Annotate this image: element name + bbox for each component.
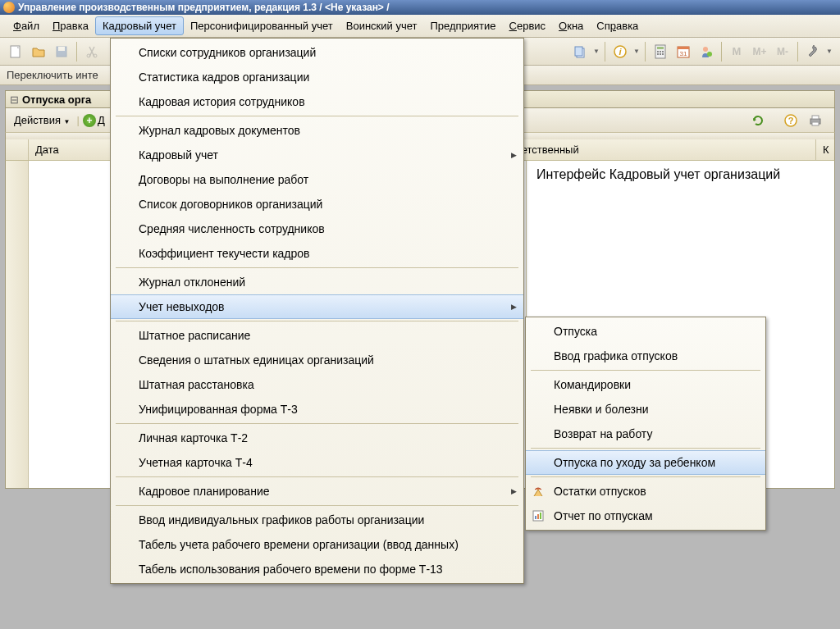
help-icon[interactable]: ? <box>780 110 801 131</box>
hr-menu-item-label: Кадровый учет <box>139 148 218 162</box>
new-doc-icon[interactable] <box>5 41 26 62</box>
vacation-report-icon <box>531 508 546 523</box>
plus-icon: + <box>83 114 96 127</box>
hr-menu-item-label: Учет невыходов <box>139 300 225 313</box>
hr-menu-item[interactable]: Ввод индивидуальных графиков работы орга… <box>111 508 523 532</box>
table-header-responsible[interactable]: тветственный <box>504 139 816 160</box>
svg-rect-28 <box>535 516 536 519</box>
menu-company[interactable]: Предприятие <box>423 17 502 34</box>
actions-button[interactable]: Действия ▼ <box>11 112 74 128</box>
absences-submenu-item[interactable]: Отпуска <box>526 319 765 344</box>
absences-submenu-item[interactable]: Ввод графика отпусков <box>526 344 765 368</box>
m-minus-icon[interactable]: M- <box>772 41 793 62</box>
svg-rect-26 <box>812 122 819 125</box>
menu-personified[interactable]: Персонифицированный учет <box>184 17 340 34</box>
hr-menu-item[interactable]: Средняя численность сотрудников <box>111 217 523 241</box>
save-icon[interactable] <box>51 41 72 62</box>
hr-menu-item[interactable]: Коэффициент текучести кадров <box>111 241 523 266</box>
hr-menu-item-label: Штатная расстановка <box>139 378 254 391</box>
svg-text:?: ? <box>788 116 794 125</box>
hr-menu-item[interactable]: Штатное расписание <box>111 323 523 348</box>
hr-menu-item[interactable]: Кадровый учет <box>111 143 523 167</box>
svg-rect-29 <box>537 514 539 519</box>
hr-menu-item-label: Унифицированная форма Т-3 <box>139 403 298 416</box>
menu-windows[interactable]: Окна <box>552 17 590 34</box>
switch-label[interactable]: Переключить инте <box>7 69 98 81</box>
vacation-balance-icon <box>531 484 546 499</box>
hr-menu-item[interactable]: Штатная расстановка <box>111 372 523 397</box>
absences-submenu-item-label: Отпуска <box>554 325 597 338</box>
table-header-date[interactable]: Дата <box>29 139 117 160</box>
menu-edit[interactable]: Правка <box>46 17 95 34</box>
table-header-marker[interactable] <box>6 139 29 160</box>
hr-menu-item-label: Табель использования рабочего времени по… <box>139 563 443 576</box>
collapse-icon[interactable]: ⊟ <box>6 93 22 106</box>
copy-docs-icon[interactable] <box>569 41 591 62</box>
info-icon[interactable]: i <box>609 41 631 62</box>
hr-menu-item-label: Кадровая история сотрудников <box>139 95 305 108</box>
hr-menu-item[interactable]: Кадровое планирование <box>111 479 523 504</box>
m-plus-icon[interactable]: M+ <box>749 41 770 62</box>
svg-rect-18 <box>678 47 689 49</box>
hr-menu-item-label: Штатное расписание <box>139 329 250 342</box>
refresh-icon[interactable] <box>747 110 769 131</box>
menu-hr[interactable]: Кадровый учет <box>95 16 184 35</box>
hr-menu-item[interactable]: Договоры на выполнение работ <box>111 167 523 192</box>
hr-menu-item[interactable]: Кадровая история сотрудников <box>111 89 523 114</box>
cut-icon[interactable] <box>81 41 103 62</box>
hr-menu-item[interactable]: Списки сотрудников организаций <box>111 40 523 65</box>
absences-submenu-item[interactable]: Возврат на работу <box>526 422 765 446</box>
absences-submenu-item-label: Отчет по отпускам <box>554 509 653 522</box>
absences-submenu-item[interactable]: Командировки <box>526 372 765 397</box>
wrench-icon[interactable] <box>802 41 824 62</box>
svg-rect-10 <box>657 47 664 49</box>
add-button[interactable]: + Д <box>83 114 105 127</box>
absences-submenu-item[interactable]: Неявки и болезни <box>526 397 765 422</box>
menu-help[interactable]: Справка <box>590 17 645 34</box>
svg-rect-25 <box>812 116 819 119</box>
svg-rect-14 <box>657 53 659 55</box>
absences-submenu-item[interactable]: Отчет по отпускам <box>526 504 765 528</box>
print-icon[interactable] <box>805 110 826 131</box>
absences-submenu-item[interactable]: Отпуска по уходу за ребенком <box>526 450 765 475</box>
svg-rect-15 <box>660 53 661 55</box>
menu-service[interactable]: Сервис <box>503 17 553 34</box>
dropdown-arrow-icon[interactable]: ▼ <box>592 48 600 55</box>
user-icon[interactable] <box>696 41 717 62</box>
hr-menu-item[interactable]: Журнал кадровых документов <box>111 118 523 143</box>
table-gutter <box>6 161 29 488</box>
hr-menu-item[interactable]: Табель учета рабочего времени организаци… <box>111 532 523 557</box>
m-icon[interactable]: M <box>726 41 747 62</box>
hr-menu-item[interactable]: Учетная карточка Т-4 <box>111 450 523 475</box>
absences-submenu-item[interactable]: Остатки отпусков <box>526 479 765 504</box>
window-title: Управление производственным предприятием… <box>18 2 390 13</box>
table-header-last[interactable]: К <box>816 139 834 160</box>
absences-submenu-item-label: Командировки <box>554 378 631 391</box>
menu-military[interactable]: Воинский учет <box>340 17 424 34</box>
absences-submenu: ОтпускаВвод графика отпусковКомандировки… <box>525 317 766 531</box>
hr-menu-item-label: Коэффициент текучести кадров <box>139 247 310 260</box>
hr-menu-item-label: Журнал кадровых документов <box>139 124 300 137</box>
dropdown-arrow-icon[interactable]: ▼ <box>825 48 833 55</box>
hr-menu-separator <box>116 476 518 477</box>
hr-menu-item[interactable]: Учет невыходов <box>111 294 523 319</box>
calculator-icon[interactable] <box>650 41 671 62</box>
hr-menu-item-label: Личная карточка Т-2 <box>139 431 248 444</box>
hr-menu-item-label: Список договорников организаций <box>139 198 322 211</box>
hr-menu-item[interactable]: Список договорников организаций <box>111 192 523 217</box>
menu-file[interactable]: Файл <box>7 17 46 34</box>
hr-menu-item[interactable]: Журнал отклонений <box>111 270 523 294</box>
hr-menu-item[interactable]: Сведения о штатных единицах организаций <box>111 348 523 372</box>
svg-rect-12 <box>660 51 661 52</box>
hr-menu-item[interactable]: Личная карточка Т-2 <box>111 426 523 450</box>
hr-menu-separator <box>116 505 518 506</box>
toolbar-separator: | <box>77 114 80 126</box>
hr-menu-separator <box>116 116 518 116</box>
hr-dropdown-menu: Списки сотрудников организацийСтатистика… <box>110 38 524 584</box>
calendar-icon[interactable]: 31 <box>673 41 694 62</box>
open-folder-icon[interactable] <box>28 41 49 62</box>
dropdown-arrow-icon[interactable]: ▼ <box>632 48 641 55</box>
hr-menu-item[interactable]: Унифицированная форма Т-3 <box>111 397 523 422</box>
hr-menu-item[interactable]: Табель использования рабочего времени по… <box>111 557 523 581</box>
hr-menu-item[interactable]: Статистика кадров организации <box>111 65 523 89</box>
